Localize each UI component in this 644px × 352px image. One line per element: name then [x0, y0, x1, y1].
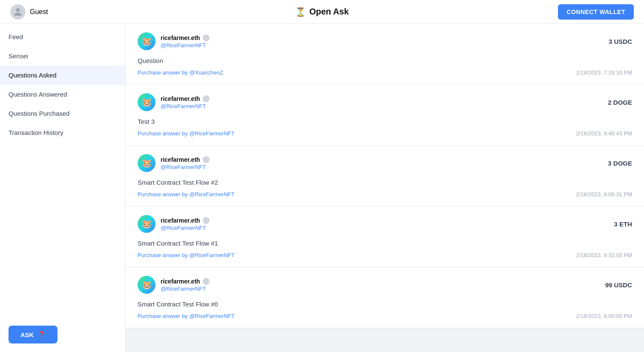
purchase-answer-link[interactable]: Purchase answer by @RiceFarmerNFT [138, 130, 235, 137]
user-name: ricefarmer.eth [161, 34, 210, 41]
user-info: ricefarmer.eth @RiceFarmerNFT [161, 278, 210, 292]
user-handle: @RiceFarmerNFT [161, 164, 210, 170]
card-question-text: Question [138, 57, 632, 64]
body: FeedSenseiQuestions AskedQuestions Answe… [0, 24, 644, 352]
card-user: 🐹 ricefarmer.eth @RiceFarmerNFT [138, 154, 210, 172]
sidebar-item-feed[interactable]: Feed [0, 27, 125, 46]
card-footer: Purchase answer by @RiceFarmerNFT 2/18/2… [138, 252, 632, 258]
sidebar-item-questions-purchased[interactable]: Questions Purchased [0, 104, 125, 123]
card-user: 🐹 ricefarmer.eth @RiceFarmerNFT [138, 215, 210, 233]
user-name: ricefarmer.eth [161, 217, 210, 224]
sidebar-item-questions-answered[interactable]: Questions Answered [0, 85, 125, 104]
user-name: ricefarmer.eth [161, 95, 210, 102]
question-card: 🐹 ricefarmer.eth @RiceFarmerNFT 3 ETH Sm… [126, 206, 644, 267]
coin-icon [203, 95, 210, 102]
question-card: 🐹 ricefarmer.eth @RiceFarmerNFT 3 USDC Q… [126, 24, 644, 85]
coin-icon [203, 34, 210, 41]
ask-button[interactable]: ASK ❓ [9, 326, 58, 343]
username-text: ricefarmer.eth [161, 95, 200, 102]
card-price: 2 DOGE [608, 99, 632, 106]
card-header: 🐹 ricefarmer.eth @RiceFarmerNFT 3 DOGE [138, 154, 632, 172]
card-date: 2/18/2023, 8:32:05 PM [576, 252, 632, 258]
user-info: ricefarmer.eth @RiceFarmerNFT [161, 156, 210, 170]
username-text: ricefarmer.eth [161, 217, 200, 224]
purchase-answer-link[interactable]: Purchase answer by @RiceFarmerNFT [138, 313, 235, 319]
question-card: 🐹 ricefarmer.eth @RiceFarmerNFT 2 DOGE T… [126, 85, 644, 146]
avatar-image: 🐹 [138, 215, 155, 233]
card-question-text: Test 3 [138, 118, 632, 125]
sidebar-bottom: ASK ❓ [0, 317, 125, 352]
card-footer: Purchase answer by @RiceFarmerNFT 2/18/2… [138, 313, 632, 319]
sidebar-item-questions-asked[interactable]: Questions Asked [0, 66, 125, 85]
user-name: ricefarmer.eth [161, 156, 210, 163]
avatar-image: 🐹 [138, 276, 155, 294]
avatar-image: 🐹 [138, 32, 155, 50]
avatar-image: 🐹 [138, 93, 155, 111]
user-avatar-icon [10, 4, 26, 20]
card-question-text: Smart Contract Test Flow #2 [138, 179, 632, 186]
hourglass-icon: ⏳ [295, 7, 306, 17]
card-header: 🐹 ricefarmer.eth @RiceFarmerNFT 99 USDC [138, 276, 632, 294]
ask-button-label: ASK [20, 331, 34, 338]
user-info: ricefarmer.eth @RiceFarmerNFT [161, 217, 210, 231]
card-date: 2/18/2023, 9:06:31 PM [576, 191, 632, 197]
app-title-container: ⏳ Open Ask [295, 7, 349, 17]
card-price: 3 USDC [609, 38, 632, 45]
user-handle: @RiceFarmerNFT [161, 42, 210, 49]
card-date: 2/18/2023, 9:49:43 PM [576, 130, 632, 137]
question-card: 🐹 ricefarmer.eth @RiceFarmerNFT 3 DOGE S… [126, 146, 644, 206]
main-content: 🐹 ricefarmer.eth @RiceFarmerNFT 3 USDC Q… [126, 24, 644, 352]
username-text: ricefarmer.eth [161, 156, 200, 163]
user-avatar: 🐹 [138, 276, 155, 294]
user-avatar: 🐹 [138, 32, 155, 50]
purchase-answer-link[interactable]: Purchase answer by @XuanzhenZ [138, 69, 223, 76]
username-text: ricefarmer.eth [161, 34, 200, 41]
card-user: 🐹 ricefarmer.eth @RiceFarmerNFT [138, 32, 210, 50]
card-footer: Purchase answer by @RiceFarmerNFT 2/18/2… [138, 191, 632, 197]
app-title: Open Ask [309, 7, 349, 17]
user-handle: @RiceFarmerNFT [161, 103, 210, 109]
card-user: 🐹 ricefarmer.eth @RiceFarmerNFT [138, 93, 210, 111]
purchase-answer-link[interactable]: Purchase answer by @RiceFarmerNFT [138, 252, 235, 258]
sidebar: FeedSenseiQuestions AskedQuestions Answe… [0, 24, 126, 352]
user-info: ricefarmer.eth @RiceFarmerNFT [161, 34, 210, 49]
card-price: 99 USDC [605, 281, 632, 289]
card-date: 2/18/2023, 8:00:00 PM [576, 313, 632, 319]
user-info: ricefarmer.eth @RiceFarmerNFT [161, 95, 210, 109]
card-footer: Purchase answer by @XuanzhenZ 2/19/2023,… [138, 69, 632, 76]
card-user: 🐹 ricefarmer.eth @RiceFarmerNFT [138, 276, 210, 294]
user-name: ricefarmer.eth [161, 278, 210, 285]
card-header: 🐹 ricefarmer.eth @RiceFarmerNFT 2 DOGE [138, 93, 632, 111]
card-date: 2/19/2023, 7:16:10 PM [576, 69, 632, 76]
coin-icon [203, 156, 210, 163]
user-avatar: 🐹 [138, 93, 155, 111]
user-handle: @RiceFarmerNFT [161, 286, 210, 292]
question-card: 🐹 ricefarmer.eth @RiceFarmerNFT 99 USDC … [126, 267, 644, 328]
card-question-text: Smart Contract Test Flow #1 [138, 240, 632, 247]
card-question-text: Smart Contract Test Flow #0 [138, 300, 632, 308]
card-footer: Purchase answer by @RiceFarmerNFT 2/18/2… [138, 130, 632, 137]
card-header: 🐹 ricefarmer.eth @RiceFarmerNFT 3 ETH [138, 215, 632, 233]
header-user: Guest [10, 4, 48, 20]
card-price: 3 DOGE [608, 160, 632, 167]
header: Guest ⏳ Open Ask CONNECT WALLET [0, 0, 644, 24]
user-avatar: 🐹 [138, 215, 155, 233]
guest-label: Guest [30, 8, 48, 16]
coin-icon [203, 217, 210, 224]
user-avatar: 🐹 [138, 154, 155, 172]
sidebar-item-sensei[interactable]: Sensei [0, 46, 125, 66]
question-icon: ❓ [37, 331, 46, 338]
purchase-answer-link[interactable]: Purchase answer by @RiceFarmerNFT [138, 191, 235, 197]
sidebar-nav: FeedSenseiQuestions AskedQuestions Answe… [0, 24, 125, 317]
sidebar-item-transaction-history[interactable]: Transaction History [0, 123, 125, 142]
card-price: 3 ETH [614, 220, 632, 228]
connect-wallet-button[interactable]: CONNECT WALLET [558, 4, 634, 20]
user-handle: @RiceFarmerNFT [161, 225, 210, 231]
avatar-image: 🐹 [138, 154, 155, 172]
card-header: 🐹 ricefarmer.eth @RiceFarmerNFT 3 USDC [138, 32, 632, 50]
username-text: ricefarmer.eth [161, 278, 200, 285]
coin-icon [203, 278, 210, 285]
person-icon [13, 7, 23, 17]
